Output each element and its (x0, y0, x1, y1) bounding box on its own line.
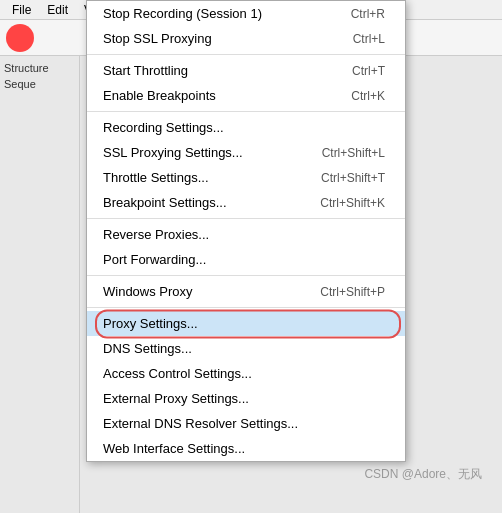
enable-breakpoints-label: Enable Breakpoints (103, 88, 216, 103)
dns-settings-label: DNS Settings... (103, 341, 192, 356)
menu-item-dns-settings[interactable]: DNS Settings... (87, 336, 405, 361)
separator-2 (87, 111, 405, 112)
external-proxy-label: External Proxy Settings... (103, 391, 249, 406)
menu-item-enable-breakpoints[interactable]: Enable Breakpoints Ctrl+K (87, 83, 405, 108)
stop-recording-shortcut: Ctrl+R (351, 7, 385, 21)
web-interface-label: Web Interface Settings... (103, 441, 245, 456)
menu-item-port-forwarding[interactable]: Port Forwarding... (87, 247, 405, 272)
menu-item-breakpoint-settings[interactable]: Breakpoint Settings... Ctrl+Shift+K (87, 190, 405, 215)
start-throttling-label: Start Throttling (103, 63, 188, 78)
stop-ssl-shortcut: Ctrl+L (353, 32, 385, 46)
separator-1 (87, 54, 405, 55)
port-forwarding-label: Port Forwarding... (103, 252, 206, 267)
menu-item-throttle-settings[interactable]: Throttle Settings... Ctrl+Shift+T (87, 165, 405, 190)
menu-item-external-proxy[interactable]: External Proxy Settings... (87, 386, 405, 411)
throttle-settings-label: Throttle Settings... (103, 170, 209, 185)
windows-proxy-label: Windows Proxy (103, 284, 193, 299)
reverse-proxies-label: Reverse Proxies... (103, 227, 209, 242)
start-throttling-shortcut: Ctrl+T (352, 64, 385, 78)
recording-settings-label: Recording Settings... (103, 120, 224, 135)
separator-4 (87, 275, 405, 276)
menu-item-ssl-settings[interactable]: SSL Proxying Settings... Ctrl+Shift+L (87, 140, 405, 165)
stop-recording-label: Stop Recording (Session 1) (103, 6, 262, 21)
breakpoint-settings-shortcut: Ctrl+Shift+K (320, 196, 385, 210)
menu-item-windows-proxy[interactable]: Windows Proxy Ctrl+Shift+P (87, 279, 405, 304)
separator-5 (87, 307, 405, 308)
menu-item-start-throttling[interactable]: Start Throttling Ctrl+T (87, 58, 405, 83)
menu-item-stop-ssl[interactable]: Stop SSL Proxying Ctrl+L (87, 26, 405, 51)
external-dns-label: External DNS Resolver Settings... (103, 416, 298, 431)
proxy-dropdown-menu: Stop Recording (Session 1) Ctrl+R Stop S… (86, 0, 406, 462)
enable-breakpoints-shortcut: Ctrl+K (351, 89, 385, 103)
access-control-label: Access Control Settings... (103, 366, 252, 381)
menu-item-external-dns[interactable]: External DNS Resolver Settings... (87, 411, 405, 436)
menu-item-web-interface[interactable]: Web Interface Settings... (87, 436, 405, 461)
menu-item-proxy-settings[interactable]: Proxy Settings... (87, 311, 405, 336)
throttle-settings-shortcut: Ctrl+Shift+T (321, 171, 385, 185)
menu-item-access-control[interactable]: Access Control Settings... (87, 361, 405, 386)
menu-item-stop-recording[interactable]: Stop Recording (Session 1) Ctrl+R (87, 1, 405, 26)
separator-3 (87, 218, 405, 219)
ssl-settings-label: SSL Proxying Settings... (103, 145, 243, 160)
proxy-settings-label: Proxy Settings... (103, 316, 198, 331)
windows-proxy-shortcut: Ctrl+Shift+P (320, 285, 385, 299)
ssl-settings-shortcut: Ctrl+Shift+L (322, 146, 385, 160)
breakpoint-settings-label: Breakpoint Settings... (103, 195, 227, 210)
dropdown-overlay[interactable]: Stop Recording (Session 1) Ctrl+R Stop S… (0, 0, 502, 513)
menu-item-reverse-proxies[interactable]: Reverse Proxies... (87, 222, 405, 247)
stop-ssl-label: Stop SSL Proxying (103, 31, 212, 46)
menu-item-recording-settings[interactable]: Recording Settings... (87, 115, 405, 140)
